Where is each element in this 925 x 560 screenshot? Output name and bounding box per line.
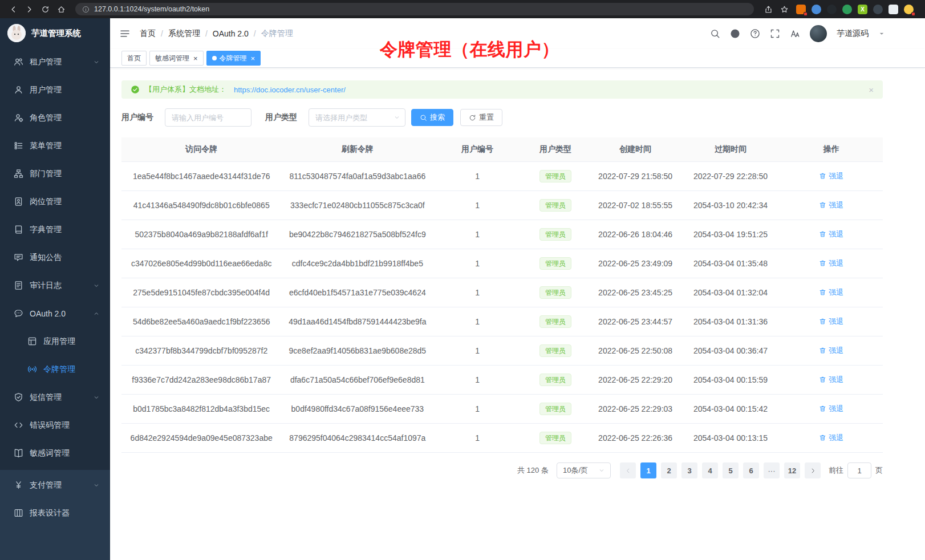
tab-home[interactable]: 首页 (121, 51, 147, 66)
app-logo: 芋道管理系统 (0, 18, 110, 48)
username[interactable]: 芋道源码 (837, 29, 869, 39)
sidebar-item-sensitive-word[interactable]: 敏感词管理 (0, 439, 110, 467)
sidebar-item-audit[interactable]: 审计日志 (0, 271, 110, 299)
pagination: 共 120 条 10条/页 123456···12 前往 页 (121, 462, 883, 478)
dept-icon (14, 169, 23, 178)
user-avatar[interactable] (810, 25, 827, 42)
breadcrumb-item[interactable]: OAuth 2.0 (213, 29, 249, 38)
tab-token[interactable]: 令牌管理× (206, 51, 261, 66)
header-search-icon[interactable] (710, 29, 720, 39)
fullscreen-icon[interactable] (770, 29, 780, 39)
force-logout-button[interactable]: 强退 (819, 171, 843, 181)
user-type-select[interactable] (309, 108, 405, 127)
alert-close-icon[interactable]: × (869, 85, 874, 95)
browser-home-icon[interactable] (54, 2, 68, 17)
share-icon[interactable] (761, 2, 776, 17)
refresh-token-cell: 811c530487574fa0af1a59d3abc1aa66 (281, 162, 433, 191)
profile-smiley[interactable] (904, 5, 914, 14)
extension-github[interactable] (827, 5, 837, 14)
audit-icon (14, 281, 23, 290)
page-button-4[interactable]: 4 (702, 462, 718, 478)
prev-page-button[interactable] (620, 462, 636, 478)
extension-blue[interactable] (812, 5, 821, 14)
sidebar-item-sms[interactable]: 短信管理 (0, 383, 110, 411)
pagination-goto: 前往 页 (829, 462, 883, 478)
force-logout-button[interactable]: 强退 (819, 375, 843, 385)
user-caret-down-icon[interactable] (878, 30, 885, 37)
chevron-down-icon (93, 59, 100, 66)
sidebar-item-notice[interactable]: 通知公告 (0, 244, 110, 271)
search-button[interactable]: 搜索 (411, 109, 453, 126)
force-logout-button[interactable]: 强退 (819, 433, 843, 443)
browser-address-bar[interactable]: 127.0.0.1:1024/system/oauth2/token (75, 3, 754, 15)
expire-time-cell: 2054-03-10 20:42:34 (681, 191, 780, 220)
extension-xdebug[interactable]: X (858, 5, 867, 14)
page-button-3[interactable]: 3 (681, 462, 697, 478)
browser-reload-icon[interactable] (38, 2, 52, 17)
bookmark-star-icon[interactable] (777, 2, 792, 17)
user-type-select-input[interactable] (309, 108, 405, 127)
tab-sensitive-word[interactable]: 敏感词管理× (149, 51, 204, 66)
page-button-2[interactable]: 2 (661, 462, 677, 478)
extension-green[interactable] (842, 5, 852, 14)
next-page-button[interactable] (805, 462, 821, 478)
force-logout-button[interactable]: 强退 (819, 287, 843, 298)
sidebar-item-dict[interactable]: 字典管理 (0, 216, 110, 244)
chevron-left-icon (624, 467, 632, 474)
goto-page-input[interactable] (847, 462, 871, 478)
sidebar-item-tenant[interactable]: 租户管理 (0, 48, 110, 76)
refresh-token-cell: 8796295f04064c2983414cc54af1097a (281, 424, 433, 453)
page-button-1[interactable]: 1 (640, 462, 656, 478)
sidebar-item-dept[interactable]: 部门管理 (0, 160, 110, 188)
action-cell: 强退 (780, 249, 883, 278)
sidebar-item-errcode[interactable]: 错误码管理 (0, 411, 110, 439)
force-logout-button[interactable]: 强退 (819, 258, 843, 269)
breadcrumb-item[interactable]: 首页 (140, 29, 156, 39)
browser-back-icon[interactable] (6, 2, 21, 17)
force-logout-button[interactable]: 强退 (819, 404, 843, 414)
table-row: 54d6be82ee5a460a9aedc1f9bf22365649d1aa46… (121, 307, 883, 336)
page-button-12[interactable]: 12 (784, 462, 800, 478)
doc-link[interactable]: https://doc.iocoder.cn/user-center/ (234, 86, 346, 94)
sidebar-item-post[interactable]: 岗位管理 (0, 188, 110, 216)
sidebar-item-pay[interactable]: 支付管理 (0, 471, 110, 499)
page-button-6[interactable]: 6 (743, 462, 759, 478)
force-logout-button[interactable]: 强退 (819, 229, 843, 240)
sidebar-item-user[interactable]: 用户管理 (0, 76, 110, 104)
table-header-row: 访问令牌刷新令牌用户编号用户类型创建时间过期时间操作 (121, 137, 883, 162)
force-logout-button[interactable]: 强退 (819, 346, 843, 356)
help-icon[interactable] (750, 29, 760, 39)
user-id-input[interactable] (165, 108, 251, 127)
font-size-icon[interactable] (790, 29, 800, 39)
sidebar-subitem-token[interactable]: 令牌管理 (0, 355, 110, 383)
active-tab-dot (212, 56, 217, 60)
github-icon[interactable] (730, 29, 740, 39)
app-title: 芋道管理系统 (31, 28, 81, 39)
sidebar-item-role[interactable]: 角色管理 (0, 104, 110, 132)
browser-forward-icon[interactable] (22, 2, 36, 17)
tab-close-icon[interactable]: × (251, 55, 255, 62)
force-logout-button[interactable]: 强退 (819, 200, 843, 210)
tab-close-icon[interactable]: × (193, 55, 198, 62)
sidebar-item-menu[interactable]: 菜单管理 (0, 132, 110, 160)
extension-darkreader[interactable] (889, 5, 898, 14)
user-type-tag: 管理员 (539, 257, 571, 270)
pagination-pages: 123456···12 (638, 462, 802, 478)
page-info-icon[interactable] (82, 6, 90, 13)
page-button-5[interactable]: 5 (723, 462, 739, 478)
user-id-cell: 1 (433, 307, 521, 336)
breadcrumb-item[interactable]: 系统管理 (168, 29, 200, 39)
sidebar-item-oauth2[interactable]: OAuth 2.0 (0, 299, 110, 327)
breadcrumb-separator: / (254, 29, 256, 38)
extension-orange[interactable] (796, 5, 806, 14)
reset-button[interactable]: 重置 (460, 109, 502, 126)
user-type-tag: 管理员 (539, 286, 571, 299)
page-size-select[interactable]: 10条/页 (557, 462, 611, 478)
page-ellipsis[interactable]: ··· (764, 462, 780, 478)
sidebar-subitem-app[interactable]: 应用管理 (0, 327, 110, 355)
force-logout-button[interactable]: 强退 (819, 316, 843, 327)
sidebar-collapse-icon[interactable] (119, 28, 131, 39)
extension-dark[interactable] (873, 5, 883, 14)
sidebar-item-report[interactable]: 报表设计器 (0, 499, 110, 527)
table-row: 1ea5e44f8bc1467aaede43144f31de76811c5304… (121, 162, 883, 191)
